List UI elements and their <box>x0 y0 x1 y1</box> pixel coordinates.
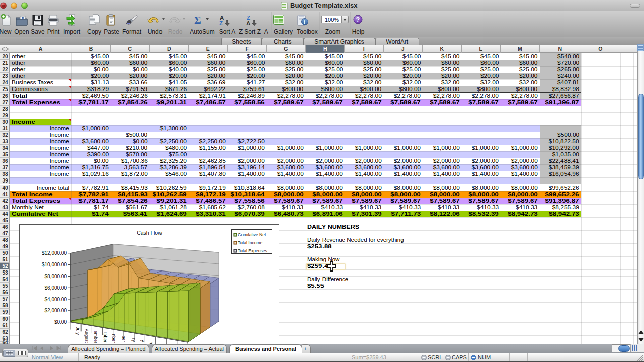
svg-text:Z: Z <box>219 20 223 26</box>
svg-text:$12,000.00: $12,000.00 <box>42 250 67 256</box>
svg-text:$4,000.00: $4,000.00 <box>45 297 67 302</box>
svg-text:nber: nber <box>111 334 116 343</box>
svg-text:$6,000.00: $6,000.00 <box>45 285 67 291</box>
svg-text:Cumilative Net: Cumilative Net <box>238 232 266 237</box>
svg-text:$8,000.00: $8,000.00 <box>45 274 67 279</box>
svg-text:y: y <box>140 340 145 342</box>
svg-text:Σ: Σ <box>194 14 201 26</box>
svg-text:$0.00: $0.00 <box>54 319 67 325</box>
svg-text:Total Expenses: Total Expenses <box>238 248 267 253</box>
svg-text:Cash Flow: Cash Flow <box>137 230 162 236</box>
svg-text:$2,000.00: $2,000.00 <box>45 308 67 313</box>
svg-text:ry: ry <box>131 338 136 342</box>
svg-text:July: July <box>75 327 80 335</box>
svg-text:August: August <box>84 329 89 343</box>
svg-text:ber: ber <box>121 336 126 342</box>
svg-text:A: A <box>246 20 250 26</box>
svg-text:ember: ember <box>93 331 98 344</box>
svg-text:$10,000.00: $10,000.00 <box>42 262 67 267</box>
svg-text:tober: tober <box>103 332 108 343</box>
svg-text:?: ? <box>356 16 360 23</box>
svg-text:Total Income: Total Income <box>238 240 262 245</box>
svg-text:i: i <box>304 20 305 25</box>
